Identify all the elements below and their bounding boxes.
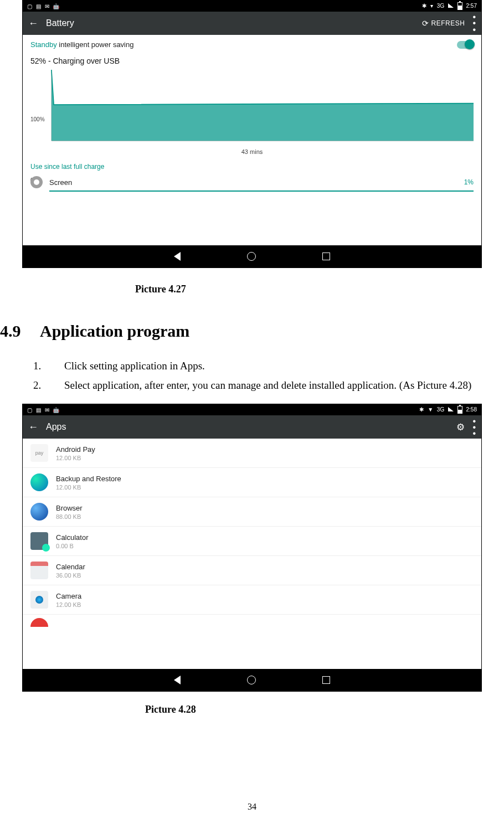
clock: 2:58 [466,406,477,413]
bluetooth-icon: ✱ [422,3,426,9]
app-name: Calculator [56,533,89,542]
overflow-menu-icon[interactable]: ••• [472,14,476,33]
app-row[interactable] [23,614,481,627]
brightness-icon [30,176,43,188]
list-marker: 1. [33,356,64,375]
nav-recent-icon[interactable] [322,676,330,684]
app-row[interactable]: Camera 12.00 KB [23,585,481,614]
app-icon-calendar [30,562,48,579]
photo-icon: ▢ [27,3,32,9]
nav-bar [23,245,481,267]
app-bar-title: Battery [46,18,74,28]
figure-caption-1: Picture 4.27 [135,284,504,295]
signal-icon [448,407,454,411]
list-item: 1. Click setting application in Apps. [33,356,504,375]
chat-icon: ✉ [45,3,49,9]
refresh-button[interactable]: ⟳ REFRESH [422,19,465,28]
list-item: 2. Select application, after enter, you … [33,375,504,395]
app-name: Camera [56,592,81,600]
instruction-list: 1. Click setting application in Apps. 2.… [33,356,504,395]
app-size: 12.00 KB [56,455,95,461]
app-size: 0.00 B [56,543,89,549]
android-icon: 🤖 [53,407,59,413]
chat-icon: ✉ [45,407,49,413]
back-icon[interactable]: ← [28,422,38,432]
app-icon-backup [30,473,48,491]
sd-icon: ▤ [36,3,41,9]
usage-item-pct: 1% [464,178,474,186]
nav-home-icon[interactable] [247,676,256,684]
usage-section-heading: Use since last full charge [23,155,481,174]
wifi-icon: ▼ [428,406,433,413]
app-row[interactable]: Browser 88.00 KB [23,497,481,526]
figure-caption-2: Picture 4.28 [145,704,504,715]
usage-item-name: Screen [49,178,72,187]
battery-status: 52% - Charging over USB [23,54,481,70]
app-bar-battery: ← Battery ⟳ REFRESH ••• [23,12,481,35]
app-row[interactable]: Calculator 0.00 B [23,526,481,555]
section-title: Application program [40,322,189,340]
battery-chart[interactable]: 43 mins [23,70,481,155]
app-size: 88.00 KB [56,513,83,520]
app-size: 12.00 KB [56,601,81,608]
switch-on-icon[interactable] [457,41,474,49]
clock: 2:57 [466,3,477,9]
network-label: 3G [437,406,444,413]
app-bar-title: Apps [46,422,66,432]
screenshot-apps: ▢ ▤ ✉ 🤖 ✱ ▼ 3G 2:58 ← Apps ⚙ ••• pay [22,404,482,692]
back-icon[interactable]: ← [28,18,38,28]
svg-marker-2 [52,70,474,141]
usage-progress [49,190,474,192]
signal-icon [448,3,454,8]
sd-icon: ▤ [36,407,41,413]
chart-x-label: 43 mins [30,148,474,155]
gear-icon[interactable]: ⚙ [456,421,465,433]
app-bar-apps: ← Apps ⚙ ••• [23,415,481,439]
app-row[interactable]: Backup and Restore 12.00 KB [23,467,481,497]
status-bar: ▢ ▤ ✉ 🤖 ✱ ▼ 3G 2:58 [23,404,481,415]
app-icon-chrome [30,618,48,627]
nav-home-icon[interactable] [247,252,256,261]
list-text: Click setting application in Apps. [64,356,504,375]
app-icon-browser [30,503,48,521]
status-bar: ▢ ▤ ✉ 🤖 ✱ ▾ 3G 2:57 [23,1,481,12]
usage-row-screen[interactable]: Screen 1% [23,174,481,188]
nav-recent-icon[interactable] [322,253,330,260]
battery-icon [457,2,462,10]
chart-y-100: 100% [30,116,45,122]
screenshot-battery: ▢ ▤ ✉ 🤖 ✱ ▾ 3G 2:57 ← Battery ⟳ REFRESH [22,0,482,268]
app-row[interactable]: Calendar 36.00 KB [23,555,481,585]
battery-chart-svg [30,70,474,147]
app-name: Android Pay [56,445,95,454]
app-name: Calendar [56,563,85,571]
app-icon-calculator [30,532,48,550]
app-size: 36.00 KB [56,572,85,579]
battery-body: Standby intelligent power saving 52% - C… [23,35,481,245]
app-name: Backup and Restore [56,475,121,483]
app-icon-camera [30,591,48,609]
apps-list[interactable]: pay Android Pay 12.00 KB Backup and Rest… [23,439,481,669]
photo-icon: ▢ [27,407,32,413]
standby-toggle-row[interactable]: Standby intelligent power saving [23,35,481,54]
app-row[interactable]: pay Android Pay 12.00 KB [23,439,481,467]
refresh-icon: ⟳ [422,19,429,28]
list-marker: 2. [33,375,64,395]
toggle-label: intelligent power saving [59,40,133,49]
app-name: Browser [56,504,83,512]
list-text: Select application, after enter, you can… [64,375,504,395]
section-number: 4.9 [0,322,40,341]
network-label: 3G [437,3,444,9]
section-heading: 4.9Application program [0,322,504,341]
nav-back-icon[interactable] [174,252,181,261]
nav-bar [23,669,481,691]
overflow-menu-icon[interactable]: ••• [472,418,476,437]
bluetooth-icon: ✱ [419,406,424,413]
toggle-prefix: Standby [30,40,57,49]
app-size: 12.00 KB [56,484,121,491]
nav-back-icon[interactable] [174,676,181,684]
refresh-label: REFRESH [431,19,465,27]
wifi-icon: ▾ [430,3,433,9]
android-icon: 🤖 [53,3,59,9]
page-number: 34 [0,802,504,812]
app-icon-android-pay: pay [30,444,48,462]
